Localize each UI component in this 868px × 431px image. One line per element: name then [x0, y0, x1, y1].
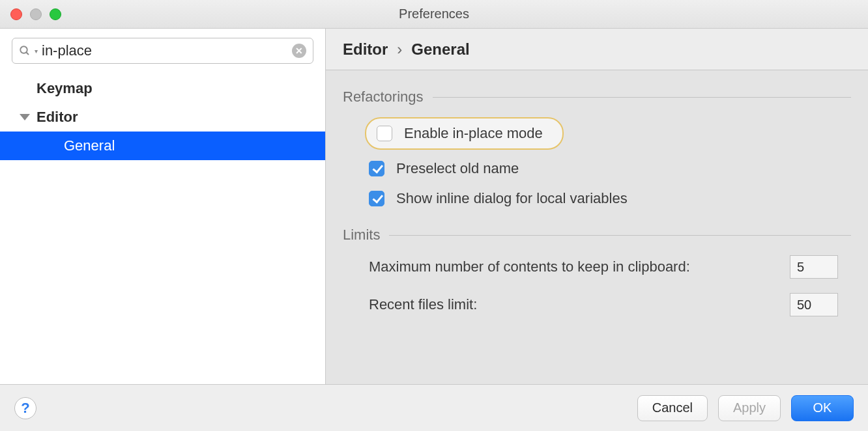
checkbox-enable-in-place[interactable] [377, 126, 392, 141]
chevron-right-icon: › [397, 40, 402, 59]
clipboard-limit-input[interactable] [790, 255, 838, 279]
apply-button[interactable]: Apply [718, 395, 781, 421]
window-controls [10, 8, 61, 20]
breadcrumb: Editor › General [326, 29, 868, 70]
sidebar-item-keymap[interactable]: Keymap [0, 74, 325, 103]
titlebar: Preferences [0, 0, 868, 29]
section-header-limits: Limits [343, 227, 851, 243]
limit-recent-files: Recent files limit: [369, 293, 851, 316]
section-title: Limits [343, 227, 380, 243]
maximize-window-button[interactable] [50, 8, 61, 20]
help-button[interactable]: ? [14, 397, 36, 419]
divider [433, 97, 851, 98]
option-label: Show inline dialog for local variables [396, 190, 628, 207]
cancel-button[interactable]: Cancel [637, 395, 708, 421]
limit-clipboard: Maximum number of contents to keep in cl… [369, 255, 851, 279]
breadcrumb-parent[interactable]: Editor [343, 40, 388, 59]
sidebar-item-general[interactable]: General [0, 132, 325, 160]
close-window-button[interactable] [10, 8, 22, 20]
checkbox-show-inline-dialog[interactable] [369, 191, 384, 206]
sidebar-item-label: General [20, 137, 115, 154]
section-header-refactorings: Refactorings [343, 89, 851, 105]
option-enable-in-place[interactable]: Enable in-place mode [365, 117, 564, 150]
search-field[interactable]: ▾ ✕ [12, 38, 313, 64]
disclosure-triangle-icon[interactable] [20, 114, 30, 120]
dialog-footer: ? Cancel Apply OK [0, 384, 868, 431]
limit-label: Recent files limit: [369, 296, 477, 313]
sidebar: ▾ ✕ Keymap Editor General [0, 29, 326, 384]
option-label: Enable in-place mode [404, 125, 543, 142]
search-input[interactable] [42, 42, 292, 59]
recent-files-limit-input[interactable] [790, 293, 838, 316]
sidebar-item-label: Editor [36, 109, 78, 126]
divider [389, 235, 851, 236]
help-icon: ? [21, 400, 29, 417]
option-show-inline-dialog[interactable]: Show inline dialog for local variables [369, 190, 851, 207]
content-panel: Editor › General Refactorings Enable in-… [326, 29, 868, 384]
clear-search-button[interactable]: ✕ [292, 44, 306, 58]
checkbox-preselect-old-name[interactable] [369, 161, 384, 176]
settings-tree: Keymap Editor General [0, 70, 325, 160]
ok-button[interactable]: OK [791, 395, 854, 421]
section-title: Refactorings [343, 89, 424, 105]
chevron-down-icon[interactable]: ▾ [35, 48, 38, 55]
breadcrumb-current: General [411, 40, 469, 59]
option-label: Preselect old name [396, 160, 519, 177]
minimize-window-button[interactable] [30, 8, 42, 20]
svg-point-0 [20, 46, 27, 53]
svg-line-1 [26, 52, 29, 55]
limit-label: Maximum number of contents to keep in cl… [369, 258, 690, 275]
window-title: Preferences [0, 7, 868, 21]
option-preselect-old-name[interactable]: Preselect old name [369, 160, 851, 177]
search-icon [19, 45, 31, 57]
sidebar-item-label: Keymap [36, 80, 93, 97]
sidebar-item-editor[interactable]: Editor [0, 103, 325, 132]
